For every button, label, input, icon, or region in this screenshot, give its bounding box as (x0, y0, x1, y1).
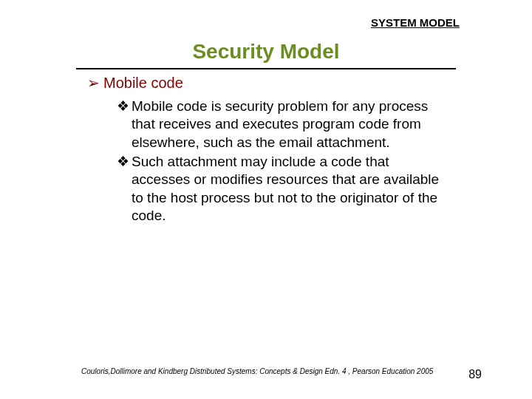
header-label: SYSTEM MODEL (371, 16, 460, 29)
page-number: 89 (468, 368, 482, 381)
footer-citation: Couloris,Dollimore and Kindberg Distribu… (81, 367, 433, 375)
diamond-bullet-icon: ❖ (117, 98, 132, 115)
level1-text: Mobile code (103, 75, 183, 91)
title-underline (76, 68, 456, 69)
content-block: ➢Mobile code ❖Mobile code is security pr… (87, 74, 457, 226)
outline-level2-item: ❖Such attachment may include a code that… (117, 153, 457, 225)
diamond-bullet-icon: ❖ (117, 153, 132, 171)
level2-text: Such attachment may include a code that … (132, 153, 442, 225)
level2-text: Mobile code is security problem for any … (132, 98, 442, 151)
arrow-bullet-icon: ➢ (87, 74, 103, 92)
page-title: Security Model (0, 40, 532, 64)
outline-level2-item: ❖Mobile code is security problem for any… (117, 98, 457, 151)
outline-level1: ➢Mobile code (87, 74, 457, 92)
